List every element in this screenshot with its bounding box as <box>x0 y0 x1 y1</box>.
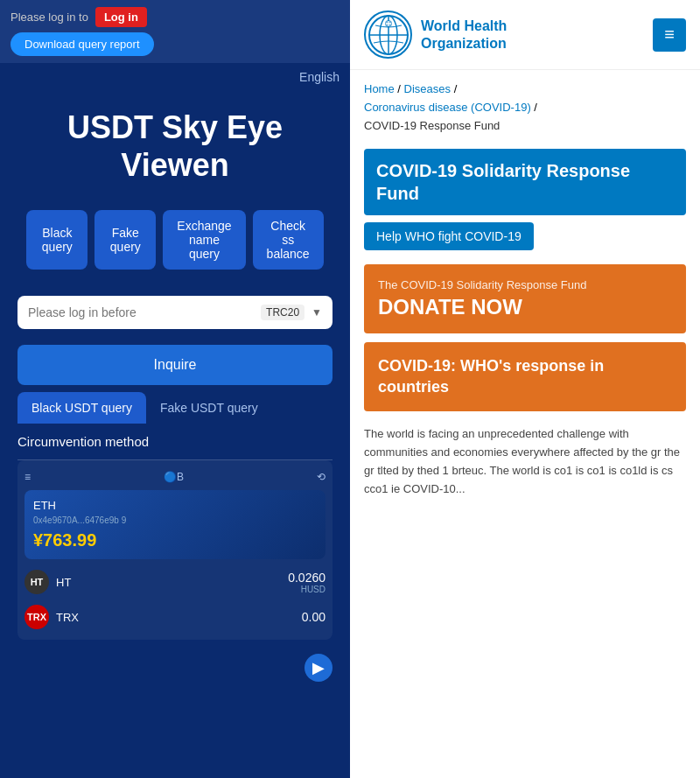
fight-covid-button[interactable]: Help WHO fight COVID-19 <box>364 222 534 250</box>
tab-black-usdt[interactable]: Black USDT query <box>18 392 146 424</box>
list-item: TRX TRX 0.00 <box>24 601 326 633</box>
trx-icon: TRX <box>24 605 49 629</box>
breadcrumb: Home / Diseases / Coronavirus disease (C… <box>350 70 700 138</box>
panel-icon-grid: 🔵B <box>164 471 184 483</box>
menu-button[interactable]: ≡ <box>653 18 686 52</box>
app-title: USDT Sky Eye Viewen <box>0 91 350 210</box>
exchange-name-query-button[interactable]: Exchangenamequery <box>163 210 245 270</box>
left-panel: Please log in to Log in Download query r… <box>0 0 350 778</box>
eth-balance: ¥763.99 <box>33 530 317 550</box>
response-card[interactable]: COVID-19: WHO's response in countries <box>364 342 686 411</box>
download-query-button[interactable]: Download query report <box>10 32 154 56</box>
menu-icon: ≡ <box>664 25 675 45</box>
black-query-button[interactable]: Blackquery <box>26 210 88 270</box>
language-selector[interactable]: English <box>0 63 350 91</box>
panel-icon-refresh: ⟲ <box>317 471 326 483</box>
right-panel: World Health Organization ≡ Home / Disea… <box>350 0 700 778</box>
circle-action-button[interactable]: ▶ <box>304 654 332 682</box>
ht-value-area: 0.0260 HUSD <box>288 571 326 594</box>
crypto-panel: ≡ 🔵B ⟲ ETH 0x4e9670A...6476e9b 9 ¥763.99… <box>18 460 332 640</box>
search-area: TRC20 ▼ <box>18 296 332 329</box>
who-description: The world is facing an unprecedented cha… <box>364 425 686 498</box>
who-logo-area: World Health Organization <box>364 11 507 59</box>
trx-item-left: TRX TRX <box>24 605 79 629</box>
ht-item-left: HT HT <box>24 570 71 594</box>
who-logo <box>364 11 412 59</box>
crypto-list: HT HT 0.0260 HUSD TRX TRX 0.00 <box>24 566 326 633</box>
please-login-text: Please log in to <box>10 11 88 24</box>
ht-usd: HUSD <box>288 585 326 594</box>
ht-value: 0.0260 <box>288 571 326 585</box>
donate-title: DONATE NOW <box>378 295 672 319</box>
who-title: World Health Organization <box>421 18 507 51</box>
breadcrumb-home[interactable]: Home <box>364 82 395 95</box>
panel-icon-list: ≡ <box>24 471 31 483</box>
trx-label: TRX <box>56 611 79 624</box>
query-buttons-group: Blackquery Fakequery Exchangenamequery C… <box>0 210 350 287</box>
breadcrumb-current: COVID-19 Response Fund <box>364 119 500 132</box>
ht-label: HT <box>56 576 71 589</box>
who-logo-svg <box>367 13 410 57</box>
eth-address: 0x4e9670A...6476e9b 9 <box>33 515 317 525</box>
trx-value: 0.00 <box>302 610 326 624</box>
inquire-button[interactable]: Inquire <box>18 345 332 385</box>
who-content: COVID-19 Solidarity Response Fund Help W… <box>350 138 700 778</box>
dropdown-icon[interactable]: ▼ <box>312 306 322 319</box>
eth-name: ETH <box>33 499 56 512</box>
trx-value-area: 0.00 <box>302 610 326 624</box>
ht-icon: HT <box>24 570 49 594</box>
crypto-panel-header: ≡ 🔵B ⟲ <box>24 467 326 490</box>
trc20-badge: TRC20 <box>261 305 304 320</box>
solidarity-heading: COVID-19 Solidarity Response Fund <box>364 149 686 215</box>
donate-subtitle: The COVID-19 Solidarity Response Fund <box>378 278 672 291</box>
search-input[interactable] <box>28 305 254 319</box>
tabs-row: Black USDT query Fake USDT query <box>18 392 332 424</box>
login-row: Please log in to Log in <box>10 7 147 27</box>
circumvention-row: Circumvention method <box>18 424 332 460</box>
check-balance-button[interactable]: Checkssbalance <box>253 210 324 270</box>
tab-fake-usdt[interactable]: Fake USDT query <box>146 392 272 424</box>
list-item: HT HT 0.0260 HUSD <box>24 566 326 598</box>
breadcrumb-covid[interactable]: Coronavirus disease (COVID-19) <box>364 101 531 114</box>
donate-card[interactable]: The COVID-19 Solidarity Response Fund DO… <box>364 264 686 333</box>
breadcrumb-diseases[interactable]: Diseases <box>404 82 451 95</box>
who-header: World Health Organization ≡ <box>350 0 700 70</box>
eth-header: ETH <box>33 499 317 512</box>
eth-card: ETH 0x4e9670A...6476e9b 9 ¥763.99 <box>24 490 326 559</box>
response-title: COVID-19: WHO's response in countries <box>378 356 672 397</box>
fake-query-button[interactable]: Fakequery <box>94 210 156 270</box>
top-bar: Please log in to Log in Download query r… <box>0 0 350 63</box>
log-in-button[interactable]: Log in <box>95 7 147 27</box>
